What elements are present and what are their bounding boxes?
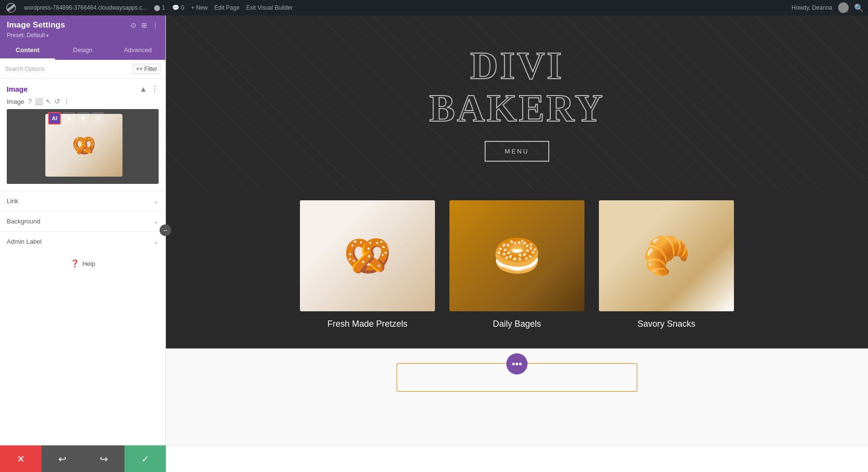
- bottom-toolbar-left: ✕ ↩ ↪ ✓: [0, 445, 166, 472]
- link-accordion: Link ⌄: [0, 191, 165, 211]
- hero-title-line2: Bakery: [429, 87, 604, 129]
- admin-bar-right: Howdy, Deanna 🔍: [792, 2, 864, 13]
- save-button[interactable]: ✓: [124, 445, 166, 472]
- panel-body: Image ▲ ⋮ Image ? ⬜ ↖ ↺ ⋮: [0, 79, 165, 445]
- product-card-bagels: 🥯 Daily Bagels: [449, 200, 584, 329]
- dots-button[interactable]: •••: [506, 353, 528, 375]
- link-accordion-header[interactable]: Link ⌄: [0, 191, 165, 211]
- main-area: Image Settings ⊙ ⊞ ⋮ Preset: Default ▾ C…: [0, 15, 868, 445]
- background-accordion: Background ⌄: [0, 211, 165, 231]
- product-image-bagels: 🥯: [449, 200, 584, 311]
- plus-icon: +: [136, 66, 139, 72]
- mobile-icon[interactable]: ⬜: [35, 97, 43, 105]
- comments-item[interactable]: ⬤ 1: [154, 4, 165, 11]
- layout-icon[interactable]: ⊞: [141, 21, 147, 29]
- site-url[interactable]: wordpress-784896-3766464.cloudwaysapps.c…: [24, 4, 147, 11]
- help-circle-icon: ❓: [70, 259, 80, 268]
- section-menu-icon[interactable]: ⋮: [151, 84, 159, 94]
- cancel-button[interactable]: ✕: [0, 445, 41, 472]
- admin-label-text: Admin Label: [7, 238, 41, 245]
- white-section: •••: [166, 348, 868, 445]
- admin-label-accordion-header[interactable]: Admin Label ⌄: [0, 232, 165, 251]
- ai-button[interactable]: AI: [48, 112, 61, 125]
- bottom-toolbar: ✕ ↩ ↪ ✓: [0, 445, 868, 472]
- products-section: 🥨 Fresh Made Pretzels 🥯 Daily Bagels 🥐 S…: [166, 191, 868, 348]
- search-button[interactable]: 🔍: [854, 3, 863, 12]
- bagel-icon: 🥯: [493, 233, 541, 278]
- chevron-down-icon: ⌄: [153, 238, 159, 245]
- undo-button[interactable]: ↩: [41, 445, 83, 472]
- likes-item[interactable]: 💬 0: [172, 4, 185, 11]
- redo-button[interactable]: ↪: [83, 445, 124, 472]
- search-bar: + + Filter: [0, 60, 165, 79]
- panel-title-row: Image Settings ⊙ ⊞ ⋮: [7, 20, 159, 30]
- canvas-area: Divi Bakery MENU 🥨 Fresh Made Pretzels 🥯…: [166, 15, 868, 445]
- section-controls: ▲ ⋮: [139, 84, 159, 94]
- delete-tool-icon[interactable]: 🗑: [77, 112, 90, 125]
- tab-advanced[interactable]: Advanced: [110, 42, 165, 60]
- hero-title: Divi Bakery: [429, 44, 604, 129]
- chevron-down-icon: ▾: [46, 33, 49, 38]
- background-accordion-header[interactable]: Background ⌄: [0, 211, 165, 231]
- wp-logo-icon[interactable]: [5, 1, 17, 14]
- image-section-title: Image: [7, 85, 27, 93]
- image-preview-area[interactable]: 🥨 AI ⚙ 🗑 ↺: [7, 109, 159, 184]
- hero-section: Divi Bakery MENU: [166, 15, 868, 191]
- edit-page-button[interactable]: Edit Page: [215, 4, 240, 11]
- panel-title: Image Settings: [7, 20, 65, 30]
- more-options-icon[interactable]: ⋮: [63, 97, 70, 105]
- tab-design[interactable]: Design: [55, 42, 110, 60]
- bubble-icon: 💬: [172, 4, 179, 11]
- product-image-pretzels: 🥨: [300, 200, 435, 311]
- collapse-icon[interactable]: ▲: [139, 85, 147, 94]
- circle-icon: ⬤: [154, 4, 160, 11]
- left-panel: Image Settings ⊙ ⊞ ⋮ Preset: Default ▾ C…: [0, 15, 166, 445]
- focus-icon[interactable]: ⊙: [131, 21, 136, 29]
- card-outline: •••: [396, 363, 637, 392]
- background-label: Background: [7, 218, 40, 225]
- cursor-icon[interactable]: ↖: [46, 97, 52, 105]
- image-section-header: Image ▲ ⋮: [0, 79, 165, 97]
- chevron-down-icon: ⌄: [153, 197, 159, 205]
- product-image-snacks: 🥐: [599, 200, 734, 311]
- product-name-snacks: Savory Snacks: [637, 319, 695, 329]
- wp-admin-bar: wordpress-784896-3766464.cloudwaysapps.c…: [0, 0, 868, 15]
- product-name-pretzels: Fresh Made Pretzels: [327, 319, 407, 329]
- help-label: Help: [82, 260, 95, 267]
- tab-content[interactable]: Content: [0, 42, 55, 60]
- resize-handle[interactable]: ↔: [160, 224, 171, 236]
- reset-icon[interactable]: ↺: [54, 97, 60, 105]
- hero-title-line1: Divi: [470, 44, 564, 87]
- help-icon[interactable]: ?: [28, 97, 32, 105]
- preset-selector[interactable]: Preset: Default ▾: [7, 32, 159, 39]
- snacks-icon: 🥐: [642, 233, 691, 278]
- image-label-row: Image ? ⬜ ↖ ↺ ⋮: [0, 97, 165, 109]
- new-button[interactable]: + New: [191, 4, 207, 11]
- image-label-icons: ? ⬜ ↖ ↺ ⋮: [28, 97, 70, 105]
- product-name-bagels: Daily Bagels: [493, 319, 541, 329]
- image-toolbar: AI ⚙ 🗑 ↺: [48, 112, 104, 125]
- panel-header-icons: ⊙ ⊞ ⋮: [131, 21, 159, 29]
- panel-tabs: Content Design Advanced: [0, 42, 165, 60]
- link-label: Link: [7, 197, 18, 205]
- product-card-pretzels: 🥨 Fresh Made Pretzels: [300, 200, 435, 329]
- image-field-label: Image: [7, 98, 24, 105]
- undo-tool-icon[interactable]: ↺: [92, 112, 104, 125]
- filter-button[interactable]: + + Filter: [133, 64, 161, 74]
- admin-label-accordion: Admin Label ⌄: [0, 231, 165, 251]
- search-input[interactable]: [5, 66, 130, 72]
- help-row[interactable]: ❓ Help: [0, 251, 165, 276]
- more-icon[interactable]: ⋮: [152, 21, 159, 29]
- exit-builder-button[interactable]: Exit Visual Builder: [246, 4, 293, 11]
- settings-tool-icon[interactable]: ⚙: [63, 112, 75, 125]
- panel-header: Image Settings ⊙ ⊞ ⋮ Preset: Default ▾: [0, 15, 165, 42]
- menu-button[interactable]: MENU: [485, 141, 549, 162]
- chevron-down-icon: ⌄: [153, 218, 159, 225]
- product-card-snacks: 🥐 Savory Snacks: [599, 200, 734, 329]
- pretzel-icon: 🥨: [343, 233, 392, 278]
- avatar[interactable]: [838, 2, 849, 13]
- howdy-text: Howdy, Deanna: [792, 4, 833, 11]
